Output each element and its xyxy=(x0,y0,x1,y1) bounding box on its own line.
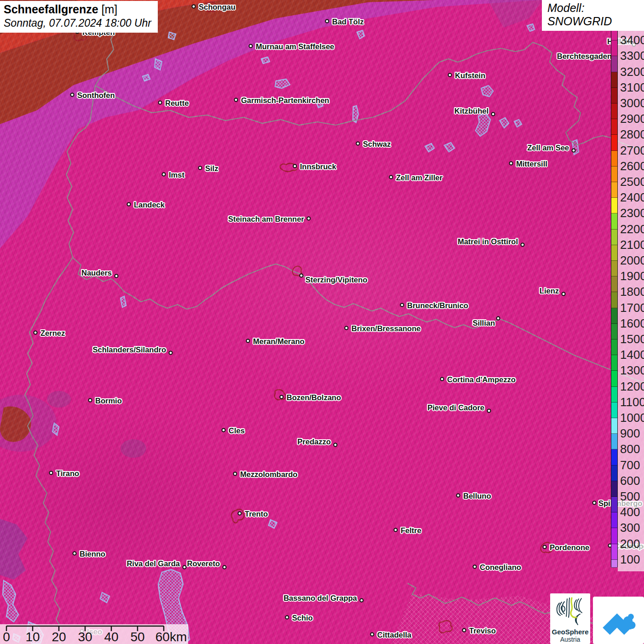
city-dot xyxy=(88,398,92,402)
city-dot xyxy=(127,202,131,207)
city-dot xyxy=(249,44,253,48)
colorbar-segment xyxy=(611,135,617,150)
model-label: Modell: SNOWGRID xyxy=(547,1,612,28)
city-label: Bad Tölz xyxy=(332,17,364,26)
city-dot xyxy=(49,471,53,475)
map-title-box: Schneefallgrenze [m] Sonntag, 07.07.2024… xyxy=(0,1,158,33)
city-dot xyxy=(400,303,404,307)
colorbar-segment xyxy=(611,402,617,418)
scale-bar-tick-label: 20 xyxy=(52,630,66,644)
city-label: Schwaz xyxy=(363,140,391,149)
colorbar-value-label: 700 xyxy=(620,458,640,472)
colorbar-segment xyxy=(611,544,617,560)
city-label: Bozen/Bolzano xyxy=(287,393,341,402)
city-label: Pordenone xyxy=(550,543,589,552)
city-dot xyxy=(115,274,119,278)
colorbar-value-label: 2000 xyxy=(620,253,644,268)
colorbar-value-label: 2500 xyxy=(620,175,644,189)
colorbar-segment xyxy=(611,119,617,135)
city-label: Rovereto xyxy=(187,559,220,568)
map-datetime: Sonntag, 07.07.2024 18:00 Uhr xyxy=(4,17,151,29)
title-unit: [m] xyxy=(102,3,118,16)
city-dot xyxy=(293,164,297,168)
colorbar-segment xyxy=(611,481,617,497)
city-label: Innsbruck xyxy=(300,162,336,171)
city-label: Bienno xyxy=(80,550,105,558)
city-dot xyxy=(370,632,374,637)
city-label: Belluno xyxy=(463,492,491,500)
city-label: Cles xyxy=(229,426,245,435)
colorbar-segment xyxy=(611,418,617,434)
city-label: Bassano del Grappa xyxy=(283,594,357,603)
colorbar-segment xyxy=(611,151,617,167)
snowfall-limit-map[interactable]: SchongauBad TölzKemptenMurnau am Staffel… xyxy=(0,0,644,644)
city-dot xyxy=(162,172,166,177)
city-dot xyxy=(394,528,398,532)
colorbar-value-label: 2300 xyxy=(620,206,644,220)
city-dot xyxy=(389,175,393,179)
city-label: Feltre xyxy=(401,526,421,535)
colorbar-segment xyxy=(611,355,617,371)
city-label: Imst xyxy=(169,171,184,179)
mountain-cloud-icon xyxy=(598,601,640,640)
city-dot xyxy=(440,377,444,381)
city-dot xyxy=(34,331,38,335)
city-label: Garmisch-Partenkirchen xyxy=(241,96,329,105)
colorbar-value-label: 1400 xyxy=(620,348,644,362)
colorbar-value-label: 1800 xyxy=(620,285,644,299)
colorbar-segment xyxy=(611,104,617,119)
city-label: Lienz xyxy=(540,287,559,295)
city-label: Brixen/Bressanone xyxy=(351,324,420,333)
city-dot xyxy=(238,512,242,516)
city-dot xyxy=(509,161,513,166)
cities-layer: SchongauBad TölzKemptenMurnau am Staffel… xyxy=(0,0,644,644)
city-dot xyxy=(496,316,500,321)
city-label: Schongau xyxy=(199,3,236,12)
city-dot xyxy=(246,339,250,343)
city-label: Berchtesgaden xyxy=(557,52,612,61)
colorbar-segment xyxy=(611,198,617,213)
city-dot xyxy=(325,19,329,23)
colorbar-segment xyxy=(611,72,617,88)
colorbar-segment xyxy=(611,371,617,386)
geosphere-logo[interactable]: GeoSphere Austria xyxy=(550,593,590,644)
city-label: Mezzolombardo xyxy=(240,470,298,479)
city-dot xyxy=(592,501,597,505)
city-dot xyxy=(356,142,360,146)
city-dot xyxy=(307,217,311,221)
city-label: Cittadella xyxy=(377,631,411,639)
city-dot xyxy=(234,98,238,102)
colorbar-segment xyxy=(611,167,617,182)
colorbar-segment xyxy=(611,449,617,465)
colorbar-value-label: 100 xyxy=(620,552,640,566)
scale-bar: 0102030405060km xyxy=(0,624,188,644)
city-label: Schio xyxy=(292,614,313,622)
geosphere-contours-icon xyxy=(556,596,585,627)
colorbar-segment xyxy=(611,497,617,512)
city-dot xyxy=(73,552,77,556)
city-dot xyxy=(183,565,187,569)
city-label: Sterzing/Vipiteno xyxy=(305,276,367,284)
scale-bar-tick-label: 60km xyxy=(155,630,187,644)
city-dot xyxy=(299,274,304,278)
city-label: Landeck xyxy=(134,201,165,209)
colorbar-value-label: 3300 xyxy=(620,49,644,63)
colorbar-value-label: 300 xyxy=(620,521,640,535)
city-label: Bruneck/Brunico xyxy=(407,301,468,310)
city-label: Reutte xyxy=(165,99,189,108)
colorbar-value-label: 3100 xyxy=(620,80,644,94)
colorbar-segment xyxy=(611,560,617,568)
colorbar-segment xyxy=(611,88,617,104)
colorbar-value-label: 2900 xyxy=(620,112,644,126)
colorbar xyxy=(611,17,618,567)
city-label: Kufstein xyxy=(455,71,485,80)
colorbar-segment xyxy=(611,261,617,276)
colorbar-value-label: 1100 xyxy=(620,395,644,409)
city-label: Riva del Garda xyxy=(126,559,180,568)
model-info-box: Modell: SNOWGRID xyxy=(542,0,644,31)
geosphere-logo-country: Austria xyxy=(550,636,590,643)
city-label: Kitzbühel xyxy=(454,107,489,115)
city-label: Matrei in Osttirol xyxy=(458,237,518,246)
partner-logo[interactable] xyxy=(593,597,644,644)
colorbar-value-label: 2700 xyxy=(620,143,644,157)
